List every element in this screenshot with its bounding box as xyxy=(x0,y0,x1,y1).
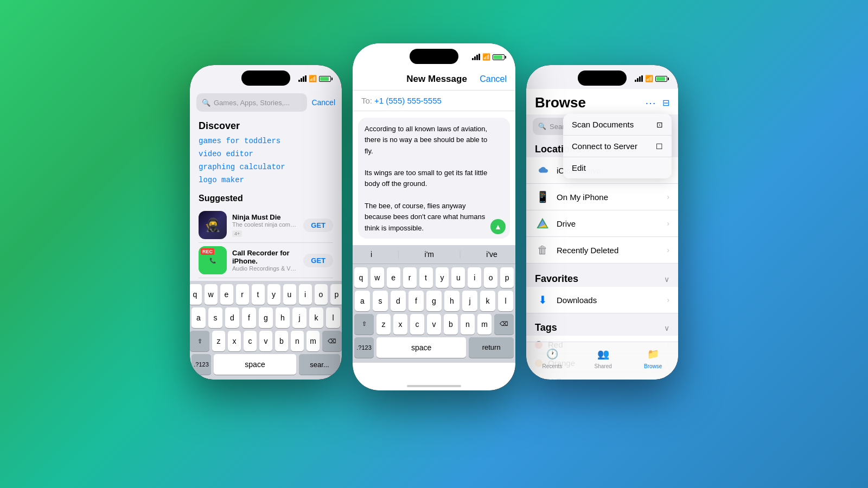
c-key-j[interactable]: j xyxy=(462,291,477,311)
c-key-i[interactable]: i xyxy=(468,267,481,288)
tab-recents-label: Recents xyxy=(542,363,563,369)
key-d[interactable]: d xyxy=(225,307,239,328)
c-key-x[interactable]: x xyxy=(393,314,407,335)
c-key-b[interactable]: b xyxy=(444,314,458,335)
signal-icon-center xyxy=(472,54,480,60)
key-space[interactable]: space xyxy=(214,354,296,375)
key-e[interactable]: e xyxy=(220,284,233,305)
message-body: According to all known laws of aviation,… xyxy=(353,111,515,245)
send-button[interactable]: ▲ xyxy=(490,219,506,234)
key-w[interactable]: w xyxy=(205,284,218,305)
c-key-a[interactable]: a xyxy=(355,291,370,311)
key-shift[interactable]: ⇧ xyxy=(190,331,209,351)
app-desc-ninja: The coolest ninja combat... xyxy=(232,221,298,228)
key-search[interactable]: sear... xyxy=(299,354,340,375)
file-row-drive[interactable]: Drive › xyxy=(526,210,678,237)
c-key-s[interactable]: s xyxy=(373,291,388,311)
c-key-h[interactable]: h xyxy=(444,291,459,311)
file-row-deleted[interactable]: 🗑 Recently Deleted › xyxy=(526,237,678,264)
c-key-o[interactable]: o xyxy=(484,267,497,288)
c-key-r[interactable]: r xyxy=(403,267,417,288)
battery-icon-left xyxy=(319,76,331,82)
key-z[interactable]: z xyxy=(212,331,225,351)
key-b[interactable]: b xyxy=(275,331,288,351)
key-c[interactable]: c xyxy=(244,331,257,351)
c-key-n[interactable]: n xyxy=(461,314,475,335)
key-k[interactable]: k xyxy=(309,307,323,328)
key-h[interactable]: h xyxy=(276,307,290,328)
discover-item-4[interactable]: logo maker xyxy=(199,174,333,186)
c-key-l[interactable]: l xyxy=(498,291,513,311)
key-delete[interactable]: ⌫ xyxy=(322,331,342,351)
c-key-u[interactable]: u xyxy=(451,267,465,288)
c-key-d[interactable]: d xyxy=(391,291,406,311)
key-v[interactable]: v xyxy=(259,331,272,351)
file-row-iphone[interactable]: 📱 On My iPhone › xyxy=(526,184,678,210)
key-j[interactable]: j xyxy=(292,307,307,328)
get-button-ninja[interactable]: GET xyxy=(303,219,333,232)
collapse-tags-icon[interactable]: ∨ xyxy=(664,324,669,332)
c-key-g[interactable]: g xyxy=(426,291,442,311)
file-row-downloads[interactable]: ⬇ Downloads › xyxy=(526,287,678,313)
c-key-shift[interactable]: ⇧ xyxy=(354,314,374,335)
key-x[interactable]: x xyxy=(228,331,241,351)
to-value[interactable]: +1 (555) 555-5555 xyxy=(374,96,442,105)
c-key-c[interactable]: c xyxy=(410,314,424,335)
key-r[interactable]: r xyxy=(236,284,249,305)
discover-item-1[interactable]: games for toddlers xyxy=(199,135,333,147)
c-key-m[interactable]: m xyxy=(477,314,492,335)
c-key-space[interactable]: space xyxy=(376,337,466,358)
key-m[interactable]: m xyxy=(307,331,320,351)
key-y[interactable]: y xyxy=(267,284,280,305)
c-key-w[interactable]: w xyxy=(371,267,384,288)
chevron-iphone: › xyxy=(667,192,669,201)
key-i[interactable]: i xyxy=(299,284,312,305)
discover-item-3[interactable]: graphing calculator xyxy=(199,161,333,173)
c-key-num[interactable]: .?123 xyxy=(354,337,374,358)
key-num[interactable]: .?123 xyxy=(192,354,211,375)
key-g[interactable]: g xyxy=(259,307,273,328)
key-q[interactable]: q xyxy=(190,284,202,305)
key-p[interactable]: p xyxy=(330,284,342,305)
c-key-e[interactable]: e xyxy=(387,267,400,288)
ninja-img: 🥷 xyxy=(199,211,227,239)
c-key-y[interactable]: y xyxy=(436,267,449,288)
c-key-return[interactable]: return xyxy=(469,337,514,358)
dropdown-scan-documents[interactable]: Scan Documents ⊡ xyxy=(563,114,672,136)
key-f[interactable]: f xyxy=(242,307,256,328)
cancel-button-left[interactable]: Cancel xyxy=(311,98,335,107)
discover-item-2[interactable]: video editor xyxy=(199,148,333,160)
dropdown-connect-server[interactable]: Connect to Server ☐ xyxy=(563,136,672,157)
c-key-delete[interactable]: ⌫ xyxy=(494,314,514,335)
key-s[interactable]: s xyxy=(208,307,222,328)
key-t[interactable]: t xyxy=(252,284,265,305)
search-bar[interactable]: 🔍 Games, Apps, Stories,... xyxy=(196,93,307,112)
c-key-t[interactable]: t xyxy=(419,267,433,288)
c-key-f[interactable]: f xyxy=(409,291,424,311)
tab-browse[interactable]: 📁 Browse xyxy=(644,346,662,369)
key-a[interactable]: a xyxy=(192,307,206,328)
key-o[interactable]: o xyxy=(315,284,328,305)
c-key-q[interactable]: q xyxy=(354,267,368,288)
message-text-box[interactable]: According to all known laws of aviation,… xyxy=(358,118,510,239)
key-u[interactable]: u xyxy=(283,284,296,305)
messages-cancel[interactable]: Cancel xyxy=(480,74,507,84)
c-keyboard-row-1: q w e r t y u i o p xyxy=(354,267,514,288)
c-key-p[interactable]: p xyxy=(500,267,514,288)
dynamic-island-center xyxy=(410,49,458,64)
collapse-favorites-icon[interactable]: ∨ xyxy=(664,275,669,284)
key-l[interactable]: l xyxy=(326,307,340,328)
get-button-recorder[interactable]: GET xyxy=(303,254,333,267)
key-n[interactable]: n xyxy=(291,331,304,351)
tab-recents[interactable]: 🕐 Recents xyxy=(542,346,563,369)
c-key-v[interactable]: v xyxy=(427,314,441,335)
files-dots-icon[interactable]: ⋯ xyxy=(645,97,656,110)
tab-shared[interactable]: 👥 Shared xyxy=(595,346,612,369)
pred-word-1[interactable]: i xyxy=(371,250,372,259)
files-grid-icon[interactable]: ⊟ xyxy=(662,98,669,108)
pred-word-3[interactable]: i've xyxy=(486,250,497,259)
dropdown-edit[interactable]: Edit xyxy=(563,157,672,178)
pred-word-2[interactable]: i'm xyxy=(425,250,434,259)
c-key-k[interactable]: k xyxy=(480,291,495,311)
c-key-z[interactable]: z xyxy=(376,314,391,335)
